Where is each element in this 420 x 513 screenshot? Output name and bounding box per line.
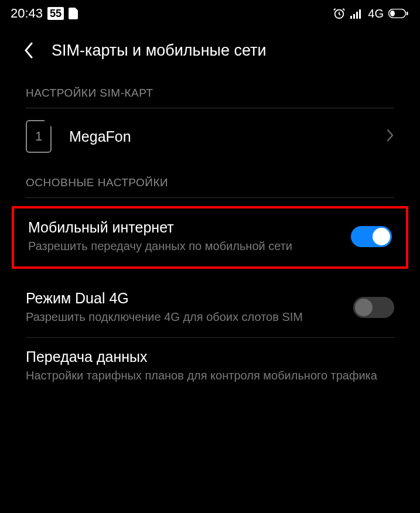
battery-icon — [388, 9, 408, 18]
page-header: SIM-карты и мобильные сети — [0, 27, 420, 75]
divider — [26, 197, 394, 198]
svg-rect-2 — [353, 14, 355, 19]
dual-4g-subtitle: Разрешить подключение 4G для обоих слото… — [26, 309, 342, 324]
svg-rect-6 — [390, 11, 395, 16]
dual-4g-row[interactable]: Режим Dual 4G Разрешить подключение 4G д… — [0, 279, 420, 337]
alarm-icon — [333, 7, 346, 20]
svg-rect-7 — [407, 12, 408, 15]
status-right: 4G — [333, 7, 408, 20]
mobile-data-toggle[interactable] — [351, 226, 392, 247]
signal-icon — [350, 8, 363, 19]
status-left: 20:43 55 — [11, 6, 78, 21]
svg-rect-3 — [356, 12, 358, 19]
data-usage-row[interactable]: Передача данных Настройки тарифных плано… — [0, 338, 420, 396]
chevron-right-icon — [386, 128, 394, 145]
setting-text-block: Режим Dual 4G Разрешить подключение 4G д… — [26, 290, 342, 324]
setting-text-block: Мобильный интернет Разрешить передачу да… — [28, 219, 339, 254]
dual-4g-title: Режим Dual 4G — [26, 290, 342, 307]
svg-rect-1 — [350, 16, 352, 19]
sim-slot-row[interactable]: 1 MegaFon — [0, 108, 420, 165]
mobile-data-subtitle: Разрешить передачу данных по мобильной с… — [28, 238, 339, 254]
data-usage-title: Передача данных — [26, 348, 394, 365]
clock-time: 20:43 — [11, 6, 43, 21]
svg-rect-4 — [359, 9, 361, 19]
mobile-data-row[interactable]: Мобильный интернет Разрешить передачу да… — [14, 208, 406, 266]
toggle-knob — [355, 299, 373, 316]
back-button[interactable] — [23, 41, 34, 60]
status-bar: 20:43 55 4G — [0, 0, 420, 27]
sim-slot-number: 1 — [35, 129, 42, 144]
notification-badge: 55 — [47, 7, 64, 20]
sim-carrier-name: MegaFon — [69, 128, 368, 145]
sim-card-icon: 1 — [26, 120, 52, 153]
highlighted-setting: Мобильный интернет Разрешить передачу да… — [12, 206, 408, 269]
sd-card-icon — [69, 8, 78, 19]
data-usage-subtitle: Настройки тарифных планов для контроля м… — [26, 368, 394, 383]
toggle-knob — [373, 228, 390, 245]
dual-4g-toggle[interactable] — [353, 297, 394, 318]
setting-text-block: Передача данных Настройки тарифных плано… — [26, 348, 394, 383]
section-header-sim: НАСТРОЙКИ SIM-КАРТ — [0, 75, 420, 108]
mobile-data-title: Мобильный интернет — [28, 219, 339, 236]
network-label: 4G — [368, 7, 384, 20]
section-header-main: ОСНОВНЫЕ НАСТРОЙКИ — [0, 165, 420, 197]
page-title: SIM-карты и мобильные сети — [52, 42, 267, 60]
chevron-left-icon — [23, 41, 34, 60]
